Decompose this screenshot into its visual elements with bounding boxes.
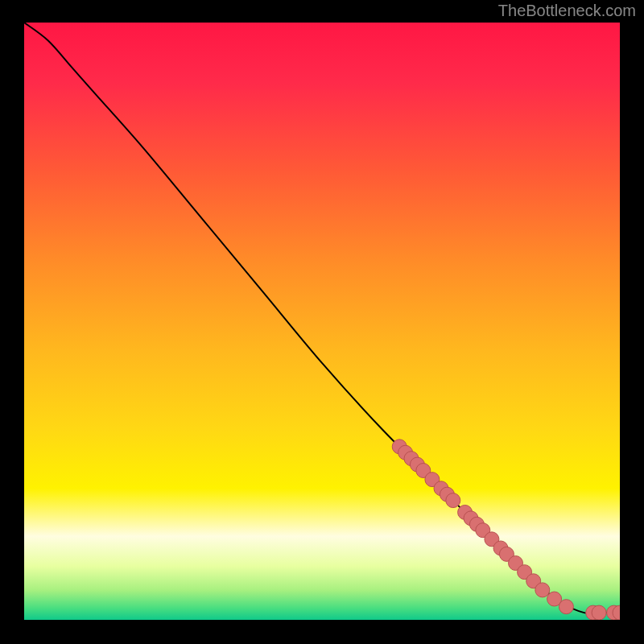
- chart-container: TheBottleneck.com: [0, 0, 644, 644]
- data-markers: [392, 440, 620, 620]
- plot-area: [24, 23, 620, 620]
- attribution-text: TheBottleneck.com: [498, 2, 636, 20]
- bottleneck-curve: [24, 23, 620, 613]
- curve-overlay: [24, 23, 620, 620]
- data-marker: [592, 605, 606, 620]
- data-marker: [559, 600, 573, 614]
- data-marker: [535, 583, 550, 597]
- data-marker: [446, 493, 460, 508]
